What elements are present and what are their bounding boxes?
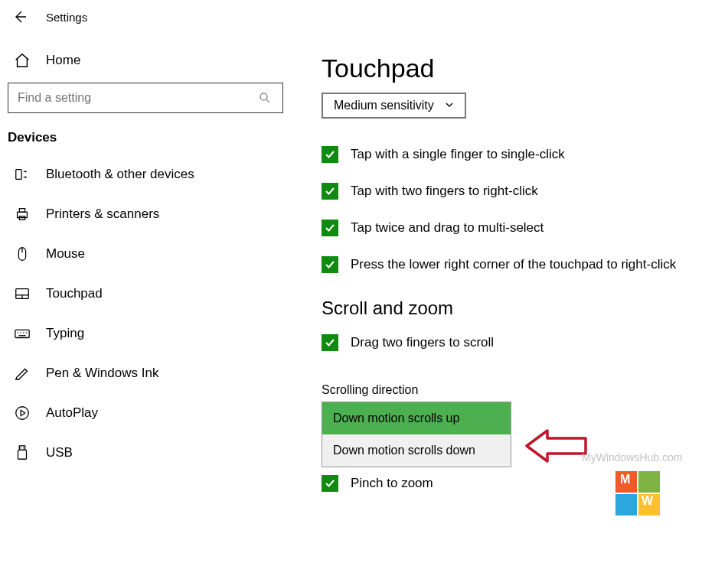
tap-label: Tap twice and drag to multi-select <box>351 220 544 236</box>
home-label: Home <box>46 53 80 68</box>
chevron-down-icon <box>445 99 454 112</box>
windows-logo-icon: M W <box>615 471 661 517</box>
svg-point-17 <box>26 332 27 333</box>
checkbox[interactable] <box>322 183 338 200</box>
nav-label: Pen & Windows Ink <box>46 366 158 381</box>
sensitivity-dropdown[interactable]: Medium sensitivity <box>322 93 466 119</box>
sensitivity-value: Medium sensitivity <box>334 99 434 112</box>
back-arrow-icon <box>12 9 28 24</box>
nav-bluetooth[interactable]: Bluetooth & other devices <box>8 155 283 194</box>
nav-label: Touchpad <box>46 286 103 301</box>
pinch-label: Pinch to zoom <box>351 476 433 491</box>
tap-right-click-row: Tap with two fingers to right-click <box>322 183 713 200</box>
direction-option-down[interactable]: Down motion scrolls down <box>322 434 511 467</box>
svg-point-15 <box>20 332 21 333</box>
nav-label: Typing <box>46 326 84 341</box>
tap-single-click-row: Tap with a single finger to single-click <box>322 146 713 163</box>
svg-rect-20 <box>19 446 24 451</box>
nav-pen[interactable]: Pen & Windows Ink <box>8 353 283 393</box>
svg-rect-13 <box>15 330 29 337</box>
tap-multi-select-row: Tap twice and drag to multi-select <box>322 220 713 236</box>
checkbox[interactable] <box>322 220 338 236</box>
svg-line-1 <box>266 99 269 102</box>
nav-label: AutoPlay <box>46 405 98 421</box>
bluetooth-icon <box>14 166 31 183</box>
touchpad-icon <box>14 285 31 302</box>
printer-icon <box>14 206 31 223</box>
scrolling-direction-label: Scrolling direction <box>322 383 713 397</box>
svg-rect-2 <box>16 170 21 180</box>
window-header: Settings <box>0 0 728 34</box>
svg-point-0 <box>260 93 267 100</box>
home-nav[interactable]: Home <box>8 44 283 80</box>
svg-rect-21 <box>18 450 27 459</box>
annotation-arrow-icon <box>521 427 589 465</box>
nav-label: Bluetooth & other devices <box>46 167 194 182</box>
page-heading: Touchpad <box>322 54 713 83</box>
svg-rect-6 <box>19 209 24 213</box>
window-title: Settings <box>46 11 87 24</box>
svg-point-4 <box>24 177 26 178</box>
svg-point-19 <box>16 407 29 420</box>
svg-point-3 <box>24 171 26 172</box>
pen-icon <box>14 365 31 382</box>
checkbox[interactable] <box>322 146 338 163</box>
scrolling-direction-dropdown[interactable]: Down motion scrolls up Down motion scrol… <box>322 402 511 467</box>
tap-label: Tap with two fingers to right-click <box>351 184 538 199</box>
sidebar: Home Devices Bluetooth & other devices P… <box>0 34 291 566</box>
direction-option-up[interactable]: Down motion scrolls up <box>322 402 511 434</box>
search-input[interactable] <box>18 91 256 105</box>
mouse-icon <box>14 246 31 262</box>
usb-icon <box>14 444 31 461</box>
content-pane: Touchpad Medium sensitivity Tap with a s… <box>291 34 728 566</box>
checkbox[interactable] <box>322 256 338 273</box>
tap-corner-right-click-row: Press the lower right corner of the touc… <box>322 256 713 273</box>
section-title: Devices <box>8 130 283 155</box>
svg-point-16 <box>23 332 24 333</box>
nav-typing[interactable]: Typing <box>8 314 283 353</box>
nav-mouse[interactable]: Mouse <box>8 234 283 274</box>
keyboard-icon <box>14 325 31 342</box>
checkbox[interactable] <box>322 334 338 351</box>
nav-printers[interactable]: Printers & scanners <box>8 194 283 234</box>
watermark-text: MyWindowsHub.com <box>582 451 682 464</box>
svg-point-14 <box>18 332 18 333</box>
autoplay-icon <box>14 405 31 421</box>
drag-scroll-row: Drag two fingers to scroll <box>322 334 713 351</box>
nav-touchpad[interactable]: Touchpad <box>8 274 283 314</box>
nav-label: Printers & scanners <box>46 207 159 222</box>
search-icon <box>256 89 273 106</box>
nav-label: Mouse <box>46 246 85 262</box>
svg-rect-5 <box>18 212 28 217</box>
back-button[interactable] <box>12 9 28 24</box>
tap-label: Press the lower right corner of the touc… <box>351 257 676 272</box>
nav-autoplay[interactable]: AutoPlay <box>8 393 283 433</box>
tap-label: Tap with a single finger to single-click <box>351 147 565 162</box>
nav-label: USB <box>46 445 73 460</box>
search-box[interactable] <box>8 83 283 113</box>
checkbox[interactable] <box>322 475 338 492</box>
scroll-zoom-heading: Scroll and zoom <box>322 298 713 319</box>
nav-usb[interactable]: USB <box>8 433 283 473</box>
home-icon <box>14 52 31 69</box>
scroll-label: Drag two fingers to scroll <box>351 335 494 350</box>
